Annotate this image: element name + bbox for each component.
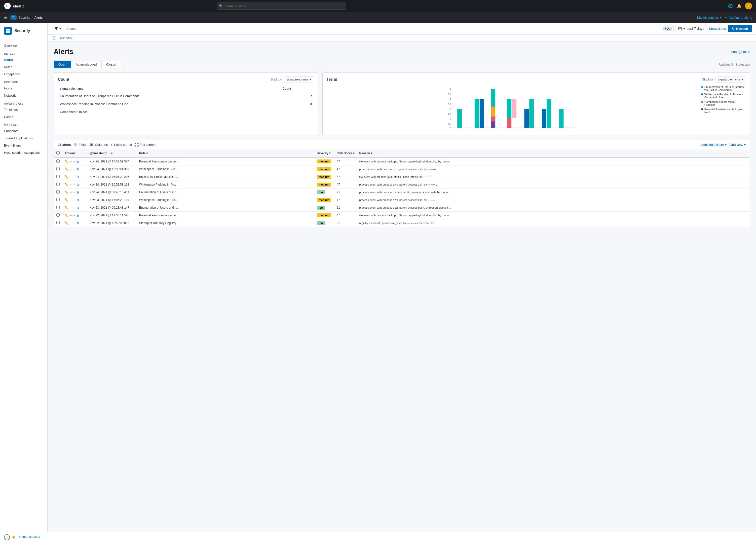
sidebar-item-trusted-apps[interactable]: Trusted applications: [0, 135, 47, 142]
sidebar-item-overview[interactable]: Overview: [0, 42, 47, 49]
notification-icon[interactable]: 🔔: [737, 4, 742, 8]
row-checkbox-cell[interactable]: [54, 181, 62, 189]
row-checkbox-cell[interactable]: [54, 189, 62, 196]
add-note-icon[interactable]: ⋯⋯: [70, 199, 75, 201]
more-icon[interactable]: ⊕: [76, 160, 79, 163]
sidebar-item-timelines[interactable]: Timelines: [0, 106, 47, 113]
additional-filters-button[interactable]: Additional filters ▾: [701, 143, 727, 147]
action-icons: ✏️ ⋯⋯ ⊕: [65, 191, 84, 194]
search-input[interactable]: [217, 2, 346, 10]
tab-acknowledged[interactable]: Acknowledged: [71, 61, 102, 68]
col-reason-header[interactable]: Reason ▾: [357, 149, 750, 157]
svg-text:11-22 00:00: 11-22 00:00: [471, 129, 482, 130]
more-icon[interactable]: ⊕: [76, 183, 79, 187]
add-note-icon[interactable]: ⋯⋯: [70, 222, 75, 225]
hamburger-menu[interactable]: ☰: [4, 15, 7, 20]
row-checkbox-cell[interactable]: [54, 212, 62, 219]
sidebar-item-cases[interactable]: Cases: [0, 113, 47, 120]
row-checkbox[interactable]: [56, 190, 60, 194]
col-risk-header[interactable]: Risk Score ▾: [334, 149, 357, 157]
row-checkbox[interactable]: [56, 175, 60, 178]
elastic-logo[interactable]: e elastic: [4, 2, 25, 9]
add-note-icon[interactable]: ⋯⋯: [70, 168, 75, 171]
fullscreen-button[interactable]: Full screen: [135, 143, 156, 147]
sidebar-item-alerts[interactable]: Alerts: [0, 56, 47, 63]
col-rule-header[interactable]: Rule ▾: [137, 149, 314, 157]
add-filter-button[interactable]: + Add filter: [57, 36, 73, 40]
globe-icon[interactable]: 🌐: [728, 4, 733, 8]
sidebar-item-event-filters[interactable]: Event filters: [0, 142, 47, 149]
reason-text: process event with process awk, parent p…: [359, 168, 439, 171]
investigate-icon[interactable]: ✏️: [65, 206, 69, 210]
timeline-name[interactable]: Untitled timeline: [17, 535, 40, 539]
more-icon[interactable]: ⊕: [76, 198, 79, 202]
investigate-icon[interactable]: ✏️: [65, 183, 69, 187]
sidebar-item-hosts[interactable]: Hosts: [0, 85, 47, 92]
investigate-icon[interactable]: ✏️: [65, 198, 69, 202]
show-dates-link[interactable]: Show dates: [709, 27, 726, 31]
add-note-icon[interactable]: ⋯⋯: [70, 206, 75, 209]
row-checkbox[interactable]: [56, 159, 60, 163]
row-checkbox[interactable]: [56, 167, 60, 170]
col-select-all[interactable]: [54, 149, 62, 157]
more-icon[interactable]: ⊕: [76, 214, 79, 217]
filter-input-wrap[interactable]: ▾ KQL: [52, 25, 674, 32]
col-timestamp-header[interactable]: @timestamp ↓ ▾: [87, 149, 137, 157]
investigate-icon[interactable]: ✏️: [65, 175, 69, 179]
sidebar-item-host-isolation[interactable]: Host isolation exceptions: [0, 149, 47, 156]
date-picker[interactable]: ▾ Last 7 days: [676, 25, 707, 32]
add-note-icon[interactable]: ⋯⋯: [70, 176, 75, 178]
row-checkbox[interactable]: [56, 198, 60, 201]
add-note-icon[interactable]: ⋯⋯: [70, 183, 75, 186]
row-checkbox-cell[interactable]: [54, 196, 62, 204]
columns-button[interactable]: Columns: [90, 143, 108, 147]
sort-button[interactable]: ↑ 1 field sorted: [111, 143, 132, 147]
sidebar-item-network[interactable]: Network: [0, 92, 47, 99]
tab-closed[interactable]: Closed: [101, 61, 121, 68]
row-checkbox[interactable]: [56, 221, 60, 224]
breadcrumb-security[interactable]: Security: [19, 16, 30, 19]
trend-stack-by-select[interactable]: signal.rule.name ▾: [716, 77, 746, 82]
more-icon[interactable]: ⊕: [76, 175, 79, 179]
more-icon[interactable]: ⊕: [76, 167, 79, 171]
investigate-icon[interactable]: ✏️: [65, 167, 69, 171]
investigate-icon[interactable]: ✏️: [65, 191, 69, 194]
add-integrations-button[interactable]: ＋ Add integrations: [724, 15, 752, 20]
add-note-icon[interactable]: ⋯⋯: [70, 160, 75, 163]
more-icon[interactable]: ⊕: [76, 206, 79, 210]
grid-view-button[interactable]: Grid view ▾: [730, 143, 746, 147]
row-checkbox-cell[interactable]: [54, 165, 62, 173]
row-checkbox[interactable]: [56, 183, 60, 186]
select-all-checkbox[interactable]: [56, 151, 60, 155]
global-search-bar[interactable]: 🔍: [217, 2, 346, 10]
tab-open[interactable]: Open: [54, 61, 71, 68]
investigate-icon[interactable]: ✏️: [65, 221, 69, 225]
add-note-icon[interactable]: ⋯⋯: [70, 191, 75, 194]
fields-button[interactable]: Fields: [74, 143, 87, 147]
more-icon[interactable]: ⊕: [76, 191, 79, 194]
row-checkbox[interactable]: [56, 206, 60, 209]
add-to-timeline-button[interactable]: ＋: [4, 534, 10, 540]
row-checkbox[interactable]: [56, 213, 60, 217]
avatar[interactable]: e: [745, 2, 752, 9]
sidebar-item-exceptions[interactable]: Exceptions: [0, 71, 47, 78]
add-note-icon[interactable]: ⋯⋯: [70, 214, 75, 217]
col-severity-header[interactable]: Severity ▾: [314, 149, 334, 157]
ml-job-settings[interactable]: ML job settings ▾: [697, 16, 721, 19]
investigate-icon[interactable]: ✏️: [65, 160, 69, 163]
filter-type-dropdown[interactable]: ▾: [52, 25, 64, 32]
count-stack-by-select[interactable]: signal.rule.name ▾: [284, 77, 314, 82]
row-checkbox-cell[interactable]: [54, 157, 62, 165]
table-toolbar: 16 alerts Fields Columns ↑ 1 field sorte…: [54, 140, 750, 149]
row-checkbox-cell[interactable]: [54, 204, 62, 212]
investigate-icon[interactable]: ✏️: [65, 214, 69, 217]
sidebar-item-rules[interactable]: Rules: [0, 63, 47, 71]
row-checkbox-cell[interactable]: [54, 219, 62, 227]
manage-rules-link[interactable]: Manage rules: [730, 50, 750, 54]
filter-search-input[interactable]: [64, 25, 663, 32]
refresh-button[interactable]: ↻ Refresh: [728, 25, 752, 32]
sidebar-item-endpoints[interactable]: Endpoints: [0, 127, 47, 135]
more-icon[interactable]: ⊕: [76, 221, 79, 225]
row-checkbox-cell[interactable]: [54, 173, 62, 181]
breadcrumb-alerts[interactable]: Alerts: [34, 16, 42, 19]
